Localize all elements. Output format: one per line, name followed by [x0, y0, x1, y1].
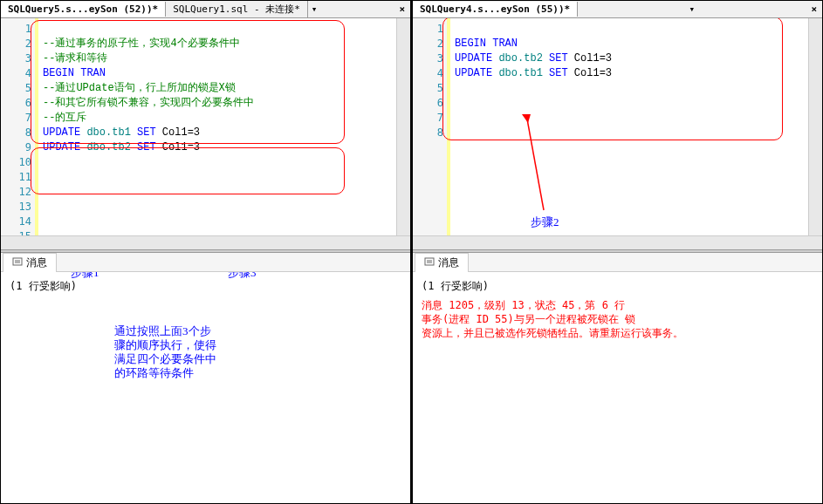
svg-line-7: [526, 114, 544, 210]
right-message-body[interactable]: (1 行受影响) 消息 1205，级别 13，状态 45，第 6 行 事务(进程…: [413, 272, 822, 503]
right-code[interactable]: BEGIN TRANUPDATE dbo.tb2 SET Col1=3UPDAT…: [448, 18, 808, 235]
arrow-step2: [500, 114, 552, 219]
svg-rect-0: [13, 258, 22, 265]
tab-sqlquery4[interactable]: SQLQuery4.s...eySon (55))*: [413, 2, 578, 17]
annotation-step2: 步骤2: [531, 215, 559, 229]
line-gutter: 1 2 3 4 5 6 7 8: [413, 18, 448, 235]
message-icon: [12, 257, 23, 268]
svg-rect-9: [425, 258, 434, 265]
horizontal-scrollbar[interactable]: [413, 235, 822, 249]
error-line-1: 消息 1205，级别 13，状态 45，第 6 行: [422, 298, 813, 312]
message-tab-bar: 消息: [1, 253, 410, 272]
right-editor[interactable]: 1 2 3 4 5 6 7 8 BEGIN TRANUPDATE dbo.tb2…: [413, 18, 822, 235]
error-line-2: 事务(进程 ID 55)与另一个进程被死锁在 锁: [422, 312, 813, 326]
right-tab-bar: SQLQuery4.s...eySon (55))* ▾ ×: [413, 1, 822, 18]
message-tab-label: 消息: [438, 255, 459, 270]
left-pane: SQLQuery5.s...eySon (52))* SQLQuery1.sql…: [0, 0, 412, 504]
vertical-scrollbar[interactable]: [808, 18, 822, 235]
rows-affected-text: (1 行受影响): [422, 279, 813, 293]
horizontal-scrollbar[interactable]: [1, 235, 410, 249]
vertical-scrollbar[interactable]: [396, 18, 410, 235]
svg-marker-8: [522, 114, 531, 123]
left-tab-bar: SQLQuery5.s...eySon (52))* SQLQuery1.sql…: [1, 1, 410, 18]
message-tab[interactable]: 消息: [415, 253, 469, 272]
close-icon[interactable]: ×: [394, 3, 410, 15]
message-icon: [424, 257, 435, 268]
annotation-explain: 通过按照上面3个步 骤的顺序执行，使得 满足四个必要条件中 的环路等待条件: [114, 324, 216, 380]
rows-affected-text: (1 行受影响): [10, 279, 401, 293]
tab-sqlquery5[interactable]: SQLQuery5.s...eySon (52))*: [1, 2, 166, 17]
close-icon[interactable]: ×: [806, 3, 822, 15]
line-gutter: 1 2 3 4 5 6 7 8 9 10 11 12 13 14 15: [1, 18, 36, 235]
message-tab-bar: 消息: [413, 253, 822, 272]
left-code[interactable]: --通过事务的原子性，实现4个必要条件中--请求和等待BEGIN TRAN--通…: [36, 18, 396, 235]
message-tab[interactable]: 消息: [3, 253, 57, 272]
tab-sqlquery1[interactable]: SQLQuery1.sql - 未连接*: [166, 1, 308, 17]
error-line-3: 资源上，并且已被选作死锁牺牲品。请重新运行该事务。: [422, 326, 813, 340]
left-editor[interactable]: 1 2 3 4 5 6 7 8 9 10 11 12 13 14 15 --通过…: [1, 18, 410, 235]
message-tab-label: 消息: [26, 255, 47, 270]
left-message-body[interactable]: (1 行受影响) 步骤1 步骤3 通过按照上面3个步 骤的顺序执行，使得 满足四…: [1, 272, 410, 503]
right-pane: SQLQuery4.s...eySon (55))* ▾ × 1 2 3 4 5…: [412, 0, 823, 504]
dropdown-icon[interactable]: ▾: [685, 3, 698, 15]
dropdown-icon[interactable]: ▾: [308, 3, 321, 15]
